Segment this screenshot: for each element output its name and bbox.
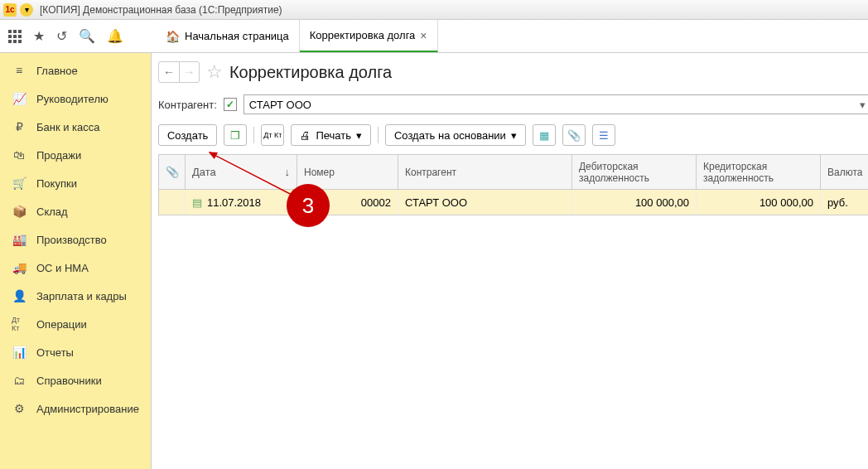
dtkt-icon: Дт Кт (263, 132, 282, 139)
close-icon[interactable]: × (420, 29, 427, 42)
attachment-button[interactable]: 📎 (562, 124, 586, 146)
sidebar-item-bank[interactable]: ₽Банк и касса (0, 113, 151, 141)
top-toolbar: ★ ↺ 🔍 🔔 🏠 Начальная страница Корректиров… (0, 20, 868, 53)
sidebar-item-purchases[interactable]: 🛒Покупки (0, 169, 151, 197)
chart-up-icon: 📈 (12, 91, 27, 106)
window-title: [КОПИЯ] Демонстрационная база (1С:Предпр… (40, 4, 282, 16)
sidebar-item-operations[interactable]: Дт КтОперации (0, 310, 151, 338)
content-area: ← → ☆ Корректировка долга Контрагент: ✓ … (152, 53, 868, 469)
sidebar-item-directories[interactable]: 🗂Справочники (0, 366, 151, 394)
bag-icon: 🛍 (12, 147, 27, 162)
document-icon: ▤ (192, 196, 202, 209)
print-button[interactable]: 🖨Печать▾ (291, 124, 371, 146)
sidebar-item-warehouse[interactable]: 📦Склад (0, 197, 151, 225)
sidebar-item-main[interactable]: ≡Главное (0, 56, 151, 85)
copy-icon: ❐ (230, 129, 240, 142)
window-titlebar: 1c ▾ [КОПИЯ] Демонстрационная база (1С:П… (0, 0, 868, 20)
boxes-icon: 📦 (12, 204, 27, 219)
paperclip-icon: 📎 (567, 129, 581, 142)
th-kontragent[interactable]: Контрагент (398, 155, 572, 189)
dtkt-button[interactable]: Дт Кт (261, 124, 284, 146)
sidebar-item-hr[interactable]: 👤Зарплата и кадры (0, 282, 151, 310)
dropdown-circle-icon[interactable]: ▾ (20, 3, 33, 17)
tab-label: Начальная страница (185, 30, 289, 42)
tab-home[interactable]: 🏠 Начальная страница (156, 20, 300, 52)
search-icon[interactable]: 🔍 (79, 28, 95, 44)
th-attach[interactable]: 📎 (159, 155, 186, 189)
bars-icon: 📊 (12, 345, 27, 360)
chevron-down-icon: ▾ (356, 129, 362, 142)
sidebar-item-sales[interactable]: 🛍Продажи (0, 141, 151, 169)
list-button[interactable]: ☰ (592, 124, 615, 146)
registry-icon: ▦ (539, 129, 549, 142)
gear-icon: ⚙ (12, 401, 27, 416)
apps-grid-icon[interactable] (8, 30, 22, 43)
favorite-star-icon[interactable]: ☆ (206, 61, 223, 83)
th-credit[interactable]: Кредиторская задолженность (697, 155, 821, 189)
truck-icon: 🚚 (12, 260, 27, 275)
table-header: 📎 Дата↓ Номер Контрагент Дебиторская зад… (159, 155, 868, 190)
filter-label: Контрагент: (158, 99, 217, 111)
sort-asc-icon: ↓ (284, 166, 290, 178)
sidebar-item-assets[interactable]: 🚚ОС и НМА (0, 254, 151, 282)
sidebar-item-manager[interactable]: 📈Руководителю (0, 85, 151, 113)
create-button[interactable]: Создать (158, 124, 217, 146)
dtkt-icon: Дт Кт (12, 317, 27, 331)
annotation-step-3: 3 (287, 184, 330, 227)
home-icon: 🏠 (166, 30, 180, 43)
create-based-on-button[interactable]: Создать на основании▾ (385, 124, 526, 146)
th-debit[interactable]: Дебиторская задолженность (572, 155, 697, 189)
chevron-down-icon: ▾ (511, 129, 517, 142)
person-icon: 👤 (12, 288, 27, 303)
tab-korrektirovka[interactable]: Корректировка долга × (300, 20, 438, 52)
list-icon: ☰ (599, 129, 609, 142)
filter-kontragent-input[interactable]: СТАРТ ООО ▾ (244, 94, 868, 114)
th-currency[interactable]: Валюта (821, 155, 868, 189)
bell-icon[interactable]: 🔔 (107, 28, 123, 44)
history-icon[interactable]: ↺ (56, 28, 67, 44)
folder-icon: 🗂 (12, 373, 27, 388)
th-date[interactable]: Дата↓ (186, 155, 297, 189)
star-icon[interactable]: ★ (33, 28, 45, 44)
registry-button[interactable]: ▦ (533, 124, 556, 146)
sidebar-item-production[interactable]: 🏭Производство (0, 225, 151, 254)
app-1c-icon: 1c (3, 3, 17, 17)
printer-icon: 🖨 (300, 129, 311, 142)
filter-checkbox[interactable]: ✓ (224, 98, 237, 111)
cart-icon: 🛒 (12, 176, 27, 191)
table-row[interactable]: ▤11.07.2018 00002 СТАРТ ООО 100 000,00 1… (159, 190, 868, 215)
documents-table: 📎 Дата↓ Номер Контрагент Дебиторская зад… (158, 154, 868, 215)
ruble-icon: ₽ (12, 119, 27, 134)
sidebar-item-reports[interactable]: 📊Отчеты (0, 338, 151, 366)
nav-buttons: ← → (158, 61, 200, 83)
copy-button[interactable]: ❐ (224, 124, 247, 146)
forward-button[interactable]: → (179, 62, 199, 82)
chevron-down-icon[interactable]: ▾ (860, 99, 866, 111)
menu-icon: ≡ (12, 63, 27, 78)
tab-label: Корректировка долга (310, 29, 416, 41)
paperclip-icon: 📎 (166, 166, 179, 178)
back-button[interactable]: ← (159, 62, 179, 82)
factory-icon: 🏭 (12, 232, 27, 247)
sidebar-item-admin[interactable]: ⚙Администрирование (0, 394, 151, 423)
sidebar: ≡Главное 📈Руководителю ₽Банк и касса 🛍Пр… (0, 53, 152, 469)
page-title: Корректировка долга (229, 63, 392, 82)
